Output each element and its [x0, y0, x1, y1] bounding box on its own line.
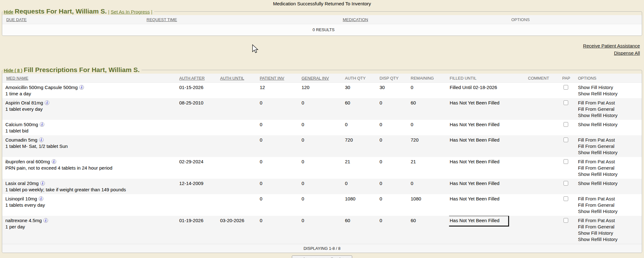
med-name-text: Lisinopril 10mg [5, 196, 37, 201]
auth-qty-cell: 60 [344, 98, 379, 120]
patient-inv-cell: 0 [259, 157, 301, 179]
pap-checkbox[interactable] [564, 85, 568, 90]
option-link-show-refill-history[interactable]: Show Refill History [578, 112, 642, 119]
prescription-row-lasix-oral-20mg: Lasix oral 20mgi1 tablet po weekly; take… [2, 179, 642, 194]
pap-checkbox[interactable] [564, 100, 568, 105]
disp-qty-cell: 0 [379, 194, 410, 216]
disp-qty-cell: 0 [379, 179, 410, 194]
pap-checkbox[interactable] [564, 181, 568, 186]
option-link-fill-from-general[interactable]: Fill From General [578, 143, 642, 149]
option-link-show-fill-history[interactable]: Show Fill History [578, 84, 642, 91]
column-header-patient-inv[interactable]: PATIENT INV [259, 74, 301, 83]
option-link-fill-from-pat-asst[interactable]: Fill From Pat Asst [578, 217, 642, 224]
option-link-show-refill-history[interactable]: Show Refill History [578, 121, 642, 128]
comment-cell [527, 194, 562, 216]
requests-empty-row: 0 RESULTS [2, 24, 642, 36]
prescription-row-coumadin-5mg: Coumadin 5mgi1 tablet M- Sat, 1/2 tablet… [2, 135, 642, 157]
auth-until-cell [219, 135, 259, 157]
info-icon[interactable]: i [43, 218, 48, 223]
dispense-all-link[interactable]: Dispense All [0, 49, 640, 57]
column-header-remaining: REMAINING [410, 74, 449, 83]
fill-table-header-row: MED NAMEAUTH AFTERAUTH UNTILPATIENT INVG… [2, 74, 642, 83]
option-link-fill-from-general[interactable]: Fill From General [578, 165, 642, 171]
options-cell: Fill From Pat AsstFill From GeneralShow … [577, 98, 642, 120]
option-link-show-fill-history[interactable]: Show Fill History [578, 230, 642, 236]
receive-patient-assistance-link[interactable]: Receive Patient Assistance [0, 42, 640, 49]
info-icon[interactable]: i [45, 100, 49, 105]
column-header-request-time[interactable]: REQUEST TIME [146, 15, 342, 24]
disp-qty-cell: 0 [379, 216, 410, 244]
info-icon[interactable]: i [39, 196, 43, 201]
pap-checkbox[interactable] [564, 196, 568, 201]
hide-fill-prescriptions-link[interactable]: Hide ( 8 ) [4, 68, 22, 73]
info-icon[interactable]: i [39, 137, 44, 142]
info-icon[interactable]: i [52, 159, 56, 164]
filled-until-status: Has Not Yet Been Filled [450, 122, 499, 127]
column-header-medication[interactable]: MEDICATION [342, 15, 511, 24]
fill-section-title: Fill Prescriptions For Hart, William S. [24, 66, 140, 73]
option-link-show-refill-history[interactable]: Show Refill History [578, 91, 642, 97]
remaining-cell: 60 [410, 98, 449, 120]
disp-qty-cell: 30 [379, 83, 410, 98]
remaining-cell: 1080 [410, 194, 449, 216]
patient-inv-cell: 12 [259, 83, 301, 98]
med-name-text: Coumadin 5mg [5, 137, 37, 143]
option-link-fill-from-general[interactable]: Fill From General [578, 106, 642, 112]
auth-qty-cell: 0 [344, 120, 379, 135]
comment-cell [527, 216, 562, 244]
paging-row: DISPLAYING 1-8 / 8 [2, 244, 642, 253]
option-link-show-refill-history[interactable]: Show Refill History [578, 171, 642, 177]
requests-section: Hide Requests For Hart, William S. | Set… [2, 8, 642, 36]
prescription-row-lisinopril-10mg: Lisinopril 10mgi1 tablets every day00108… [2, 194, 642, 216]
requests-section-legend: Hide Requests For Hart, William S. | Set… [3, 8, 154, 15]
option-link-show-refill-history[interactable]: Show Refill History [578, 180, 642, 187]
option-link-fill-from-pat-asst[interactable]: Fill From Pat Asst [578, 100, 642, 106]
pap-checkbox[interactable] [564, 122, 568, 127]
med-sig: 1 per day [5, 224, 179, 230]
info-icon[interactable]: i [79, 85, 84, 90]
option-link-show-refill-history[interactable]: Show Refill History [578, 149, 642, 156]
column-header-auth-after[interactable]: AUTH AFTER [179, 74, 219, 83]
pap-checkbox[interactable] [564, 218, 568, 223]
set-as-in-progress-link[interactable]: Set As In Progress [111, 9, 150, 14]
auth-after-cell [179, 120, 219, 135]
fill-section-legend: Hide ( 8 ) Fill Prescriptions For Hart, … [3, 66, 142, 74]
auth-qty-cell: 0 [344, 179, 379, 194]
update-pap-applications-button[interactable]: Update PAP Applications [292, 255, 352, 258]
pap-checkbox[interactable] [564, 159, 568, 164]
column-header-auth-until[interactable]: AUTH UNTIL [219, 74, 259, 83]
column-header-general-inv[interactable]: GENERAL INV [301, 74, 344, 83]
hide-requests-link[interactable]: Hide [4, 9, 13, 14]
option-link-show-refill-history[interactable]: Show Refill History [578, 208, 642, 215]
fill-prescriptions-section: Hide ( 8 ) Fill Prescriptions For Hart, … [2, 66, 642, 253]
info-icon[interactable]: i [40, 122, 44, 127]
info-icon[interactable]: i [40, 181, 45, 186]
auth-until-cell [219, 83, 259, 98]
option-link-fill-from-general[interactable]: Fill From General [578, 224, 642, 230]
pap-checkbox[interactable] [564, 137, 568, 142]
remaining-cell: 0 [410, 83, 449, 98]
fill-table-body: Amoxicillin 500mg Capsule 500mgi1 time a… [2, 83, 642, 244]
option-link-fill-from-pat-asst[interactable]: Fill From Pat Asst [578, 137, 642, 143]
med-name-text: Aspirin Oral 81mg [5, 100, 43, 105]
option-link-show-refill-history[interactable]: Show Refill History [578, 236, 642, 243]
fill-prescriptions-table: MED NAMEAUTH AFTERAUTH UNTILPATIENT INVG… [2, 74, 642, 253]
auth-qty-cell: 60 [344, 216, 379, 244]
auth-after-cell: 01-15-2026 [179, 83, 219, 98]
remaining-cell: 720 [410, 135, 449, 157]
filled-until-status: Has Not Yet Been Filled [450, 137, 499, 143]
action-links: Receive Patient Assistance Dispense All [0, 42, 640, 57]
comment-cell [527, 179, 562, 194]
auth-until-cell [219, 179, 259, 194]
requests-table-header-row: DUE DATEREQUEST TIMEMEDICATIONOPTIONS [2, 15, 642, 24]
option-link-fill-from-general[interactable]: Fill From General [578, 202, 642, 208]
column-header-pap: PAP [562, 74, 577, 83]
option-link-fill-from-pat-asst[interactable]: Fill From Pat Asst [578, 159, 642, 165]
med-sig: 1 time a day [5, 91, 179, 97]
option-link-fill-from-pat-asst[interactable]: Fill From Pat Asst [578, 196, 642, 202]
column-header-med-name[interactable]: MED NAME [2, 74, 179, 83]
column-header-comment: COMMENT [527, 74, 562, 83]
column-header-due-date[interactable]: DUE DATE [2, 15, 146, 24]
disp-qty-cell: 0 [379, 135, 410, 157]
page: { "status_message": "Medication Successf… [0, 0, 644, 258]
